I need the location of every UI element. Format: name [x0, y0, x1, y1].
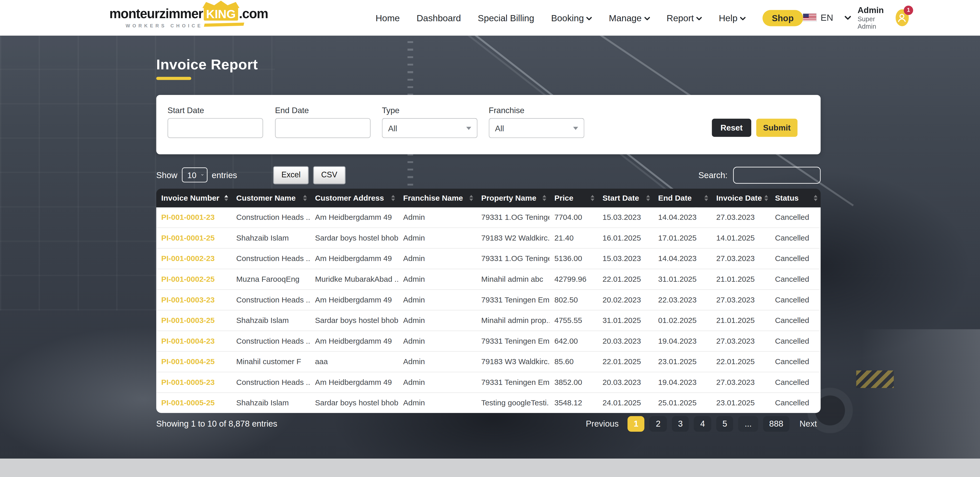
- invoice-number-link[interactable]: PI-001-0005-23: [156, 378, 231, 387]
- dropdown-arrow-icon: [573, 127, 578, 130]
- invoice-number-link[interactable]: PI-001-0005-25: [156, 399, 231, 407]
- person-icon: [897, 13, 907, 23]
- pagination-page-2[interactable]: 2: [649, 416, 667, 431]
- nav-item-manage[interactable]: Manage: [609, 13, 650, 23]
- column-header-price[interactable]: Price: [549, 189, 598, 207]
- cell-customer: Shahzaib Islam: [231, 399, 310, 407]
- cell-price: 4755.55: [549, 316, 598, 325]
- nav-item-report[interactable]: Report: [667, 13, 702, 23]
- nav-item-dashboard[interactable]: Dashboard: [417, 13, 461, 23]
- column-header-start-date[interactable]: Start Date: [598, 189, 653, 207]
- invoice-number-link[interactable]: PI-001-0002-25: [156, 275, 231, 283]
- invoice-table-body: PI-001-0001-23Construction Heads ...Am H…: [156, 208, 821, 413]
- pagination-page-4[interactable]: 4: [694, 416, 711, 431]
- nav-item-special-billing[interactable]: Special Billing: [478, 13, 534, 23]
- reset-button[interactable]: Reset: [712, 119, 751, 137]
- cell-invoice-date: 27.03.2023: [711, 337, 770, 345]
- invoice-number-link[interactable]: PI-001-0004-25: [156, 357, 231, 366]
- nav-item-help[interactable]: Help: [719, 13, 746, 23]
- column-header-invoice-date[interactable]: Invoice Date: [711, 189, 770, 207]
- invoice-number-link[interactable]: PI-001-0003-25: [156, 316, 231, 325]
- cell-invoice-date: 27.03.2023: [711, 213, 770, 222]
- language-selector[interactable]: EN: [803, 13, 833, 23]
- sort-icons: [646, 195, 650, 201]
- search-input[interactable]: [733, 167, 821, 183]
- invoice-number-link[interactable]: PI-001-0003-23: [156, 296, 231, 304]
- column-header-label: Franchise Name: [403, 194, 463, 202]
- user-menu[interactable]: Admin Super Admin: [858, 5, 887, 30]
- pagination-pages: 12345...888: [622, 416, 789, 431]
- cell-start-date: 15.03.2023: [598, 213, 653, 222]
- cell-address: Am Heidbergdamm 49: [310, 254, 398, 263]
- brand-logo[interactable]: monteurzimmer KING .com WORKERS CHOICE: [109, 7, 268, 29]
- pagination-page-888[interactable]: 888: [763, 416, 789, 431]
- franchise-select[interactable]: All: [489, 118, 584, 138]
- pagination-previous[interactable]: Previous: [582, 416, 623, 431]
- column-header-end-date[interactable]: End Date: [653, 189, 711, 207]
- nav-item-label: Special Billing: [478, 13, 534, 23]
- user-role: Super Admin: [858, 15, 887, 30]
- end-date-input[interactable]: [275, 118, 371, 138]
- nav-item-home[interactable]: Home: [375, 13, 399, 23]
- dropdown-arrow-icon: [466, 127, 471, 130]
- cell-franchise: Admin: [398, 337, 476, 345]
- cell-end-date: 23.01.2025: [653, 357, 711, 366]
- cell-property: 79331 Teningen Em...: [476, 296, 549, 304]
- nav-item-label: Report: [667, 13, 694, 23]
- show-label: Show: [156, 170, 177, 180]
- crown-icon: KING: [204, 8, 238, 21]
- invoice-number-link[interactable]: PI-001-0002-23: [156, 254, 231, 263]
- start-date-input[interactable]: [167, 118, 263, 138]
- type-select[interactable]: All: [382, 118, 478, 138]
- pagination-page-1[interactable]: 1: [627, 416, 644, 431]
- column-header-customer-address[interactable]: Customer Address: [310, 189, 398, 207]
- column-header-invoice-number[interactable]: Invoice Number: [156, 189, 231, 207]
- invoice-number-link[interactable]: PI-001-0004-23: [156, 337, 231, 345]
- cell-price: 85.60: [549, 357, 598, 366]
- page-size-value: 10: [188, 170, 196, 180]
- column-header-customer-name[interactable]: Customer Name: [231, 189, 310, 207]
- chevron-down-icon[interactable]: [844, 16, 851, 20]
- chevron-down-icon: [740, 17, 746, 21]
- column-header-status[interactable]: Status: [770, 189, 821, 207]
- cell-invoice-date: 14.01.2025: [711, 234, 770, 242]
- submit-button[interactable]: Submit: [756, 119, 797, 137]
- cell-franchise: Admin: [398, 296, 476, 304]
- excel-export-button[interactable]: Excel: [274, 166, 309, 184]
- cell-start-date: 31.01.2025: [598, 316, 653, 325]
- nav-item-shop[interactable]: Shop: [762, 10, 803, 26]
- nav-right-section: EN Admin Super Admin 1: [803, 5, 980, 30]
- cell-start-date: 22.01.2025: [598, 357, 653, 366]
- cell-customer: Construction Heads ...: [231, 254, 310, 263]
- pagination-page-3[interactable]: 3: [672, 416, 689, 431]
- cell-franchise: Admin: [398, 399, 476, 407]
- cell-address: Am Heidbergdamm 49: [310, 213, 398, 222]
- cell-end-date: 25.01.2025: [653, 399, 711, 407]
- cell-end-date: 14.04.2023: [653, 213, 711, 222]
- nav-item-label: Manage: [609, 13, 641, 23]
- sort-icons: [764, 195, 768, 201]
- invoice-number-link[interactable]: PI-001-0001-25: [156, 234, 231, 242]
- nav-item-booking[interactable]: Booking: [551, 13, 592, 23]
- avatar[interactable]: 1: [896, 10, 909, 26]
- cell-address: Sardar boys hostel bhobt...: [310, 316, 398, 325]
- pagination-ellipsis[interactable]: ...: [738, 416, 758, 431]
- invoice-number-link[interactable]: PI-001-0001-23: [156, 213, 231, 222]
- cell-end-date: 01.02.2025: [653, 316, 711, 325]
- column-header-franchise-name[interactable]: Franchise Name: [398, 189, 476, 207]
- main-menu: HomeDashboardSpecial BillingBookingManag…: [375, 10, 803, 26]
- nav-item-label: Booking: [551, 13, 584, 23]
- franchise-field: Franchise All: [489, 106, 584, 138]
- brand-tagline: WORKERS CHOICE: [126, 23, 268, 29]
- start-date-label: Start Date: [167, 106, 263, 115]
- pagination-next[interactable]: Next: [795, 416, 821, 431]
- pagination-page-5[interactable]: 5: [716, 416, 733, 431]
- csv-export-button[interactable]: CSV: [313, 166, 345, 184]
- page-size-select[interactable]: 10: [182, 167, 207, 183]
- cell-invoice-date: 23.01.2025: [711, 399, 770, 407]
- brand-name-suffix: .com: [239, 7, 268, 20]
- column-header-property-name[interactable]: Property Name: [476, 189, 549, 207]
- cell-status: Cancelled: [770, 399, 821, 407]
- export-buttons: ExcelCSV: [274, 166, 345, 184]
- user-name: Admin: [858, 5, 887, 15]
